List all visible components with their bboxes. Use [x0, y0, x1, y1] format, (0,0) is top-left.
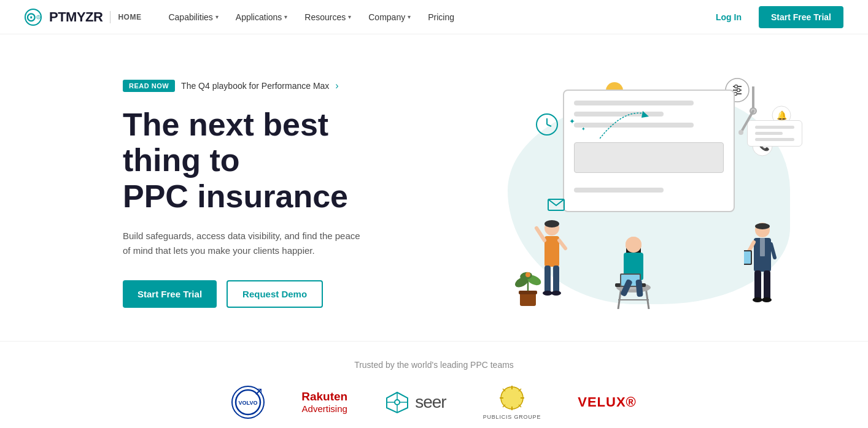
illustration-container: 📞 🔔: [489, 71, 808, 316]
promo-banner[interactable]: READ NOW The Q4 playbook for Performance…: [123, 80, 454, 92]
svg-point-65: [762, 297, 772, 302]
velux-logo: VELUX®: [578, 387, 637, 418]
nav-right: Log In Start Free Trial: [708, 6, 843, 28]
seer-logo: seer: [384, 387, 446, 418]
svg-rect-63: [764, 270, 770, 300]
read-now-badge: READ NOW: [123, 80, 175, 92]
svg-marker-19: [641, 111, 649, 118]
logo-area: PTMYZR HOME: [25, 9, 141, 26]
screen-line: [574, 101, 694, 105]
trusted-label: Trusted by the world's leading PPC teams: [25, 360, 843, 370]
main-content: READ NOW The Q4 playbook for Performance…: [0, 34, 868, 341]
hero-buttons: Start Free Trial Request Demo: [123, 280, 454, 308]
svg-rect-57: [760, 238, 765, 256]
hero-illustration: 📞 🔔: [479, 71, 819, 316]
svg-point-23: [738, 130, 743, 135]
svg-rect-26: [544, 236, 559, 267]
sparkle-icon: ✦: [569, 117, 575, 126]
svg-text:VOLVO: VOLVO: [239, 400, 258, 406]
svg-rect-53: [635, 280, 643, 297]
svg-line-28: [559, 240, 565, 248]
svg-point-47: [626, 237, 641, 253]
navbar: PTMYZR HOME Capabilities ▾ Applications …: [0, 0, 868, 34]
trusted-section: Trusted by the world's leading PPC teams…: [0, 341, 868, 428]
svg-point-31: [543, 291, 552, 296]
plant-icon: [513, 265, 543, 310]
nav-links: Capabilities ▾ Applications ▾ Resources …: [161, 9, 462, 26]
hero-demo-button[interactable]: Request Demo: [227, 280, 323, 308]
rakuten-logo: Rakuten Advertising: [301, 387, 347, 418]
chevron-down-icon: ▾: [348, 13, 351, 20]
svg-rect-60: [744, 251, 751, 264]
svg-line-22: [741, 111, 753, 132]
login-button[interactable]: Log In: [708, 9, 749, 26]
chevron-down-icon: ▾: [408, 13, 411, 20]
svg-line-68: [256, 389, 262, 394]
svg-rect-62: [754, 270, 761, 300]
arrow-decoration: [600, 108, 649, 147]
nav-link-capabilities[interactable]: Capabilities ▾: [161, 9, 225, 26]
svg-line-27: [537, 228, 544, 240]
nav-trial-button[interactable]: Start Free Trial: [759, 6, 843, 28]
svg-rect-30: [553, 266, 559, 293]
svg-point-32: [551, 291, 561, 296]
screen-line: [574, 188, 664, 193]
publicis-logo: PUBLICIS GROUPE: [483, 387, 541, 418]
screen-rect: [574, 142, 724, 173]
svg-rect-33: [520, 292, 536, 306]
chevron-down-icon: ▾: [215, 13, 219, 20]
nav-logo-divider: [110, 11, 110, 23]
nav-home-label[interactable]: HOME: [118, 13, 141, 21]
volvo-logo: VOLVO: [231, 387, 265, 418]
logo-icon: [25, 9, 42, 26]
svg-point-64: [753, 297, 762, 302]
nav-link-resources[interactable]: Resources ▾: [297, 9, 358, 26]
svg-text:🔔: 🔔: [777, 110, 788, 121]
person-right: [744, 221, 781, 309]
svg-point-39: [525, 272, 530, 277]
logos-row: VOLVO Rakuten Advertising: [25, 387, 843, 418]
chevron-down-icon: ▾: [284, 13, 287, 20]
hero-trial-button[interactable]: Start Free Trial: [123, 280, 217, 308]
clock-icon: [535, 113, 559, 139]
mechanical-arm-icon: [735, 86, 772, 150]
hero-subtitle: Build safeguards, access data visibility…: [123, 229, 368, 258]
svg-point-1: [37, 16, 39, 18]
svg-point-55: [755, 223, 770, 229]
whiteboard: [563, 90, 735, 212]
hero-left: READ NOW The Q4 playbook for Performance…: [123, 80, 479, 308]
svg-point-25: [544, 220, 559, 227]
nav-link-pricing[interactable]: Pricing: [420, 9, 462, 26]
svg-point-72: [395, 400, 400, 405]
person-sitting: [609, 229, 658, 311]
svg-line-6: [547, 124, 551, 126]
mail-icon: [546, 194, 567, 217]
logo-wordmark: PTMYZR: [49, 9, 103, 25]
svg-rect-34: [519, 291, 537, 294]
nav-link-company[interactable]: Company ▾: [361, 9, 418, 26]
svg-rect-29: [544, 266, 551, 293]
promo-text: The Q4 playbook for Performance Max: [181, 81, 329, 91]
promo-arrow-icon: ›: [335, 80, 338, 91]
sparkle-icon: ✦: [581, 126, 586, 132]
hero-title: The next best thing to PPC insurance: [123, 107, 454, 214]
nav-left: PTMYZR HOME Capabilities ▾ Applications …: [25, 9, 462, 26]
svg-line-61: [771, 244, 775, 258]
seer-icon: [384, 391, 410, 414]
nav-link-applications[interactable]: Applications ▾: [228, 9, 295, 26]
